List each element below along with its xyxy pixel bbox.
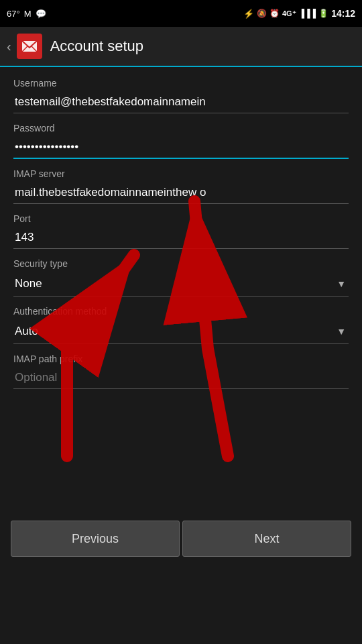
imap-server-group: IMAP server <box>13 168 349 204</box>
app-bar-title: Account setup <box>50 38 143 55</box>
bluetooth-icon: ⚡ <box>243 9 254 19</box>
username-input[interactable] <box>13 91 349 113</box>
port-group: Port <box>13 213 349 249</box>
previous-button[interactable]: Previous <box>11 521 180 557</box>
lte-icon: 4G⁺ <box>282 9 296 18</box>
gmail-icon: M <box>24 9 32 19</box>
password-input[interactable] <box>13 136 349 159</box>
alarm-icon: ⏰ <box>269 9 280 18</box>
next-button[interactable]: Next <box>182 521 351 557</box>
app-bar: ‹ Account setup <box>0 27 362 67</box>
main-content: Username Password IMAP server Port Secur… <box>0 67 362 389</box>
status-bar: 67° M 💬 ⚡ 🔕 ⏰ 4G⁺ ▐▐▐ 🔋 14:12 <box>0 0 362 27</box>
security-type-arrow-icon: ▼ <box>337 278 346 289</box>
status-right: ⚡ 🔕 ⏰ 4G⁺ ▐▐▐ 🔋 14:12 <box>243 8 355 19</box>
signal-icon: ▐▐▐ <box>299 9 316 18</box>
auth-method-group: Authentication method Auto ▼ <box>13 306 349 344</box>
imap-server-input[interactable] <box>13 182 349 204</box>
imap-path-prefix-label: IMAP path prefix <box>13 354 349 364</box>
auth-method-dropdown[interactable]: Auto ▼ <box>13 319 349 344</box>
status-left: 67° M 💬 <box>7 9 46 19</box>
security-type-group: Security type None ▼ <box>13 258 349 297</box>
imap-path-prefix-group: IMAP path prefix <box>13 354 349 389</box>
port-label: Port <box>13 213 349 224</box>
port-input[interactable] <box>13 227 349 249</box>
username-label: Username <box>13 78 349 89</box>
password-group: Password <box>13 123 349 159</box>
imap-server-label: IMAP server <box>13 168 349 179</box>
auth-method-value: Auto <box>15 325 38 338</box>
app-icon <box>17 34 42 59</box>
mute-icon: 🔕 <box>257 9 267 18</box>
security-type-dropdown[interactable]: None ▼ <box>13 272 349 297</box>
bottom-buttons: Previous Next <box>0 521 362 557</box>
imap-path-prefix-input[interactable] <box>13 367 349 389</box>
temperature: 67° <box>7 9 20 19</box>
status-time: 14:12 <box>331 8 355 19</box>
username-group: Username <box>13 78 349 113</box>
security-type-label: Security type <box>13 258 349 269</box>
security-type-value: None <box>15 277 42 290</box>
password-label: Password <box>13 123 349 133</box>
auth-method-arrow-icon: ▼ <box>337 326 346 337</box>
battery-icon: 🔋 <box>318 9 328 18</box>
auth-method-label: Authentication method <box>13 306 349 317</box>
back-button[interactable]: ‹ <box>7 39 11 54</box>
chat-icon: 💬 <box>36 9 46 19</box>
